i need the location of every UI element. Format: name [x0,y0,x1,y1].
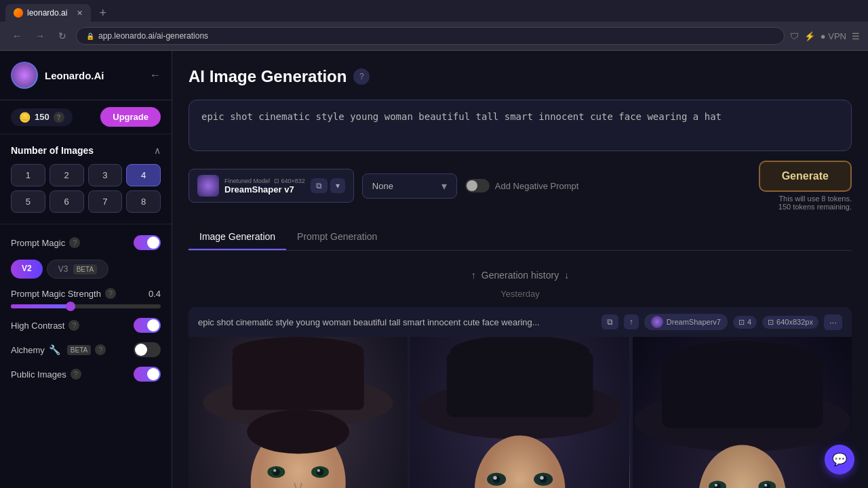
image-cell-3[interactable]: RRCG 人人素材 [633,337,852,488]
num-btn-5[interactable]: 5 [11,190,45,213]
prompt-input[interactable]: epic shot cinematic style young woman be… [201,110,839,138]
sort-desc-icon: ↓ [564,270,569,281]
neg-prompt-label: Add Negative Prompt [495,181,579,191]
secure-icon: 🔒 [86,33,94,40]
logo-avatar-inner [12,63,37,87]
num-btn-6[interactable]: 6 [50,190,84,213]
page-help-icon: ? [359,72,364,81]
model-actions: ⧉ ▾ [311,178,345,193]
app-container: Leonardo.Ai ← 🪙 150 ? Upgrade Number of … [0,51,868,488]
svg-point-28 [669,341,816,376]
svg-point-3 [233,337,364,366]
count-value: 4 [747,318,751,326]
public-images-toggle[interactable] [134,367,161,382]
num-images-section: Number of Images ∧ 1 2 3 4 5 6 7 8 [0,134,172,224]
history-more-btn[interactable]: ··· [824,314,842,330]
token-help-icon[interactable]: ? [54,112,64,123]
style-dropdown-text: None [372,181,436,191]
page-title-help-btn[interactable]: ? [353,68,370,85]
prompt-magic-help-icon[interactable]: ? [69,237,80,248]
num-btn-8[interactable]: 8 [126,190,161,213]
browser-chrome: leonardo.ai ✕ + ← → ↻ 🔒 app.leonardo.ai/… [0,0,868,51]
strength-label-row: Prompt Magic Strength ? 0.4 [11,288,161,299]
token-count: 🪙 150 ? [11,108,73,126]
version-v2-pill[interactable]: V2 [11,260,43,279]
public-images-label: Public Images ? [11,369,81,380]
dims-value: 640x832px [776,318,813,326]
num-btn-3[interactable]: 3 [88,164,123,186]
prompt-magic-label: Prompt Magic ? [11,237,80,248]
style-dropdown-arrow: ▾ [441,180,447,192]
tab-bar: leonardo.ai ✕ + [0,0,868,22]
alchemy-beta-tag: BETA [67,345,91,355]
svg-point-35 [764,484,767,487]
svg-point-7 [273,468,280,476]
face-svg-1 [189,337,408,488]
high-contrast-help-icon[interactable]: ? [68,320,79,331]
num-btn-1[interactable]: 1 [11,164,45,186]
upload-icon: ↑ [629,317,633,327]
history-count: ⊡ 4 [733,316,757,329]
sidebar-header: Leonardo.Ai ← [0,51,172,100]
alert-icon: ⚡ [804,31,815,41]
tab-close-btn[interactable]: ✕ [77,9,83,18]
generate-btn[interactable]: Generate [759,161,852,192]
prompt-box[interactable]: epic shot cinematic style young woman be… [189,100,852,151]
model-copy-btn[interactable]: ⧉ [311,178,328,193]
history-item-header: epic shot cinematic style young woman be… [189,307,852,337]
back-btn[interactable]: ← [8,29,26,43]
prompt-magic-toggle[interactable] [134,235,161,250]
alchemy-text: Alchemy [11,345,45,355]
num-btn-2[interactable]: 2 [50,164,84,186]
image-cell-1[interactable] [189,337,408,488]
generate-area: Generate This will use 8 tokens. 150 tok… [759,161,852,211]
browser-controls: ← → ↻ 🔒 app.leonardo.ai/ai-generations 🛡… [0,22,868,50]
refresh-btn[interactable]: ↻ [54,29,71,43]
model-dropdown-btn[interactable]: ▾ [330,178,345,193]
alchemy-toggle-knob [135,344,147,356]
forward-btn[interactable]: → [31,29,49,43]
generation-history-label: Generation history [481,270,559,281]
num-btn-4[interactable]: 4 [126,164,161,186]
alchemy-icon: 🔧 [49,344,60,355]
style-dropdown[interactable]: None ▾ [362,174,457,199]
history-model-chip: DreamShaperv7 [644,314,728,330]
history-copy-btn[interactable]: ⧉ [601,314,618,329]
history-dims: ⊡ 640x832px [762,316,818,329]
page-title: AI Image Generation ? [189,67,852,86]
strength-help-icon[interactable]: ? [105,288,116,299]
alchemy-row: Alchemy 🔧 BETA ? [11,342,161,357]
tab-image-generation[interactable]: Image Generation [189,224,286,250]
alchemy-toggle[interactable] [134,342,161,357]
menu-icon[interactable]: ☰ [852,31,860,41]
sidebar-collapse-btn[interactable]: ← [150,69,161,81]
alchemy-help-icon[interactable]: ? [95,344,106,355]
neg-toggle-switch[interactable] [465,179,490,192]
active-tab[interactable]: leonardo.ai ✕ [5,4,91,22]
svg-point-11 [247,410,349,454]
high-contrast-toggle[interactable] [134,318,161,333]
history-upload-btn[interactable]: ↑ [624,314,639,329]
token-area: 🪙 150 ? Upgrade [0,100,172,134]
page-title-text: AI Image Generation [189,67,347,86]
num-images-title: Number of Images [11,145,94,156]
tokens-info-line1: This will use 8 tokens. [778,195,852,203]
version-v3-pill[interactable]: V3 BETA [47,260,108,279]
num-btn-7[interactable]: 7 [88,190,123,213]
public-images-row: Public Images ? [11,367,161,382]
public-images-help-icon[interactable]: ? [71,369,81,380]
chat-btn[interactable]: 💬 [825,445,854,474]
strength-text: Prompt Magic Strength [11,289,101,299]
logo-avatar [11,62,38,89]
svg-point-16 [451,337,590,367]
image-cell-2[interactable] [410,337,629,488]
upgrade-btn[interactable]: Upgrade [100,107,161,127]
new-tab-btn[interactable]: + [94,6,112,20]
strength-slider[interactable] [11,304,161,308]
tab-prompt-generation[interactable]: Prompt Generation [286,224,388,250]
chat-icon: 💬 [832,452,847,467]
num-images-collapse[interactable]: ∧ [154,145,161,156]
model-selector[interactable]: Finetuned Model ⊡ 640×832 DreamShaper v7… [189,169,354,203]
strength-slider-thumb [66,302,75,311]
address-bar[interactable]: 🔒 app.leonardo.ai/ai-generations [76,27,785,45]
